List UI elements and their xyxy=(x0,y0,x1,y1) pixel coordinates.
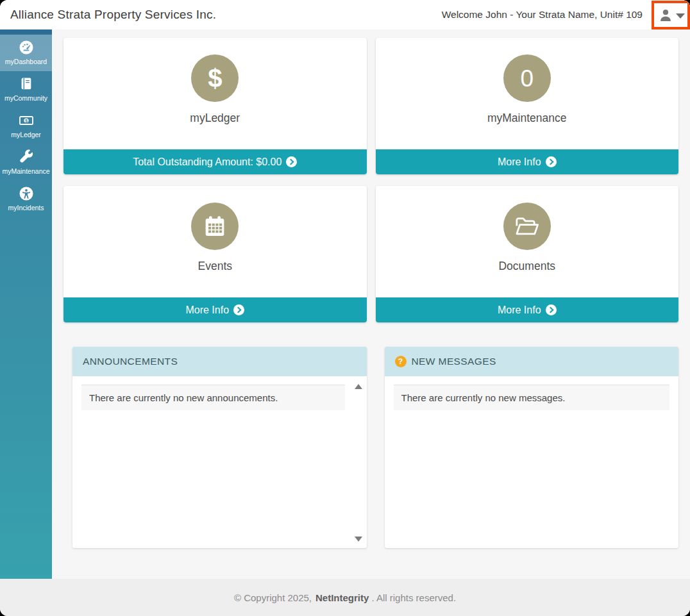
folder-open-icon xyxy=(503,203,551,250)
mymaintenance-more-info-link[interactable]: More Info xyxy=(376,149,679,174)
sidebar-item-mydashboard[interactable]: myDashboard xyxy=(0,35,52,71)
card-footer-label: Total Outstanding Amount: $0.00 xyxy=(133,156,282,168)
copyright-text-suffix: . All rights reserved. xyxy=(371,592,456,603)
copyright-text: © Copyright 2025, xyxy=(234,592,312,603)
book-icon xyxy=(19,76,34,92)
calendar-icon xyxy=(191,203,239,250)
welcome-text: Welcome John - Your Strata Name, Unit# 1… xyxy=(442,9,643,21)
card-footer-label: More Info xyxy=(185,304,229,316)
card-events: Events More Info xyxy=(63,186,367,322)
sidebar-item-label: myDashboard xyxy=(5,58,47,65)
count-circle-icon: 0 xyxy=(503,54,551,102)
universal-access-icon xyxy=(19,186,34,201)
announcements-title: ANNOUNCEMENTS xyxy=(83,356,178,367)
card-title: myLedger xyxy=(190,112,240,125)
messages-empty-message: There are currently no new messages. xyxy=(394,385,670,410)
scroll-down-arrow[interactable] xyxy=(355,537,362,542)
card-documents: Documents More Info xyxy=(376,186,679,322)
user-menu-button[interactable] xyxy=(652,1,690,29)
arrow-circle-right-icon xyxy=(286,156,297,167)
wrench-icon xyxy=(19,149,34,165)
card-footer-label: More Info xyxy=(498,156,541,168)
events-more-info-link[interactable]: More Info xyxy=(63,297,367,322)
arrow-circle-right-icon xyxy=(233,304,244,315)
page-footer: © Copyright 2025, NetIntegrity . All rig… xyxy=(0,579,690,616)
myledger-more-info-link[interactable]: Total Outstanding Amount: $0.00 xyxy=(63,149,367,174)
arrow-circle-right-icon xyxy=(546,156,557,167)
sidebar: myDashboard myCommunity $ myLedger xyxy=(0,29,52,579)
sidebar-top-strip xyxy=(0,29,52,35)
scroll-up-arrow[interactable] xyxy=(355,384,362,389)
sidebar-item-mycommunity[interactable]: myCommunity xyxy=(0,71,52,108)
announcements-panel: ANNOUNCEMENTS There are currently no new… xyxy=(72,347,367,548)
messages-title: NEW MESSAGES xyxy=(412,356,496,367)
messages-panel: NEW MESSAGES There are currently no new … xyxy=(385,347,679,548)
sidebar-item-myincidents[interactable]: myIncidents xyxy=(0,181,52,217)
documents-more-info-link[interactable]: More Info xyxy=(376,297,679,322)
card-body: $ myLedger xyxy=(63,38,367,149)
arrow-circle-right-icon xyxy=(546,304,557,315)
dollar-sign-circle-icon: $ xyxy=(191,54,239,102)
dollar-glyph: $ xyxy=(208,65,222,91)
card-title: Documents xyxy=(498,260,555,273)
sidebar-item-label: myIncidents xyxy=(8,204,44,212)
person-icon xyxy=(657,7,674,24)
announcements-header: ANNOUNCEMENTS xyxy=(72,347,367,376)
sidebar-item-mymaintenance[interactable]: myMaintenance xyxy=(0,144,52,181)
card-title: myMaintenance xyxy=(487,112,567,125)
card-mymaintenance: 0 myMaintenance More Info xyxy=(376,38,679,174)
card-title: Events xyxy=(198,260,233,273)
question-circle-icon[interactable] xyxy=(395,356,407,367)
card-body: 0 myMaintenance xyxy=(376,38,679,149)
card-body: Documents xyxy=(376,186,679,297)
money-bill-icon: $ xyxy=(19,113,34,128)
card-myledger: $ myLedger Total Outstanding Amount: $0.… xyxy=(63,38,367,174)
page-title: Alliance Strata Property Services Inc. xyxy=(10,8,216,22)
header: Alliance Strata Property Services Inc. W… xyxy=(0,0,690,29)
sidebar-item-label: myMaintenance xyxy=(2,167,49,175)
info-panels: ANNOUNCEMENTS There are currently no new… xyxy=(63,347,678,548)
app-window: Alliance Strata Property Services Inc. W… xyxy=(0,0,690,616)
content-area: myDashboard myCommunity $ myLedger xyxy=(0,29,690,579)
announcements-empty-message: There are currently no new announcements… xyxy=(81,385,345,410)
sidebar-item-label: myCommunity xyxy=(4,94,47,102)
dashboard-gauge-icon xyxy=(19,40,34,55)
chevron-down-icon xyxy=(676,13,685,19)
card-body: Events xyxy=(63,186,367,297)
messages-header: NEW MESSAGES xyxy=(385,347,679,376)
netintegrity-link[interactable]: NetIntegrity xyxy=(316,592,369,603)
main-content: $ myLedger Total Outstanding Amount: $0.… xyxy=(52,29,690,579)
announcements-body: There are currently no new announcements… xyxy=(72,376,367,548)
sidebar-item-myledger[interactable]: $ myLedger xyxy=(0,108,52,144)
maintenance-count: 0 xyxy=(520,67,534,90)
dashboard-cards: $ myLedger Total Outstanding Amount: $0.… xyxy=(63,38,678,322)
messages-body: There are currently no new messages. xyxy=(385,376,679,548)
sidebar-item-label: myLedger xyxy=(11,131,41,138)
card-footer-label: More Info xyxy=(498,304,541,316)
